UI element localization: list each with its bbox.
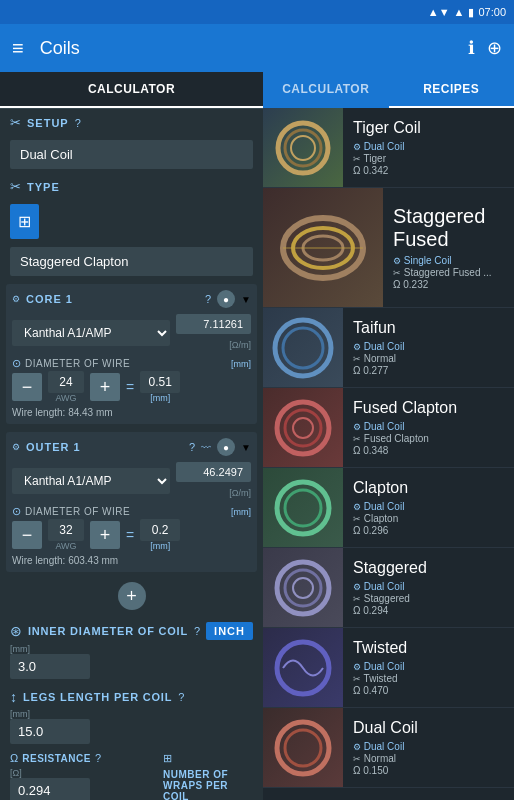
svg-point-19 xyxy=(285,730,321,766)
recipe-ohm: Ω 0.232 xyxy=(393,279,504,290)
svg-point-8 xyxy=(283,328,323,368)
app-bar: ≡ Coils ℹ ⊕ xyxy=(0,24,514,72)
outer1-label: OUTER 1 xyxy=(26,441,183,453)
outer1-minus-button[interactable]: − xyxy=(12,521,42,549)
outer1-diam-label: DIAMETER OF WIRE xyxy=(25,504,130,519)
grid-view-button[interactable]: ⊞ xyxy=(10,204,39,239)
inner-diam-section: ⊛ INNER DIAMETER OF COIL ? INCH [mm] xyxy=(0,616,263,685)
tab-calculator-right[interactable]: CALCULATOR xyxy=(263,72,389,108)
calculator-panel: CALCULATOR ✂ SETUP ? Dual Coil ✂ TYPE ⊞ … xyxy=(0,72,263,800)
outer1-mm-value: 0.2 xyxy=(140,519,180,541)
core1-plus-button[interactable]: + xyxy=(90,373,120,401)
svg-point-11 xyxy=(293,418,313,438)
recipe-info: Taifun⚙ Dual Coil✂ NormalΩ 0.277 xyxy=(343,308,514,387)
outer1-awg-display: 32 AWG xyxy=(48,519,84,551)
outer1-mm-unit: [mm] xyxy=(150,541,170,551)
recipe-item[interactable]: Dual Coil⚙ Dual Coil✂ NormalΩ 0.150 xyxy=(263,708,514,788)
recipe-thumbnail xyxy=(263,108,343,188)
outer1-wire-select[interactable]: Kanthal A1/AMP xyxy=(12,468,170,494)
setup-dropdown[interactable]: Dual Coil xyxy=(10,140,253,169)
tabs-bar: CALCULATOR RECIPES xyxy=(263,72,514,108)
coil-type-dropdown[interactable]: Staggered Clapton xyxy=(10,247,253,276)
core1-toggle[interactable]: ● xyxy=(217,290,235,308)
recipe-type: ✂ Normal xyxy=(353,353,504,364)
recipe-name: Fused Clapton xyxy=(353,399,504,417)
recipe-meta: ⚙ Single Coil✂ Staggered Fused ...Ω 0.23… xyxy=(393,255,504,290)
resistance-input[interactable] xyxy=(10,778,90,800)
outer1-diam-header: ⊙ DIAMETER OF WIRE [mm] xyxy=(12,504,251,519)
outer1-plus-button[interactable]: + xyxy=(90,521,120,549)
inner-diam-title: INNER DIAMETER OF COIL xyxy=(28,625,188,637)
menu-button[interactable]: ≡ xyxy=(12,37,24,60)
recipe-ohm: Ω 0.342 xyxy=(353,165,504,176)
wifi-icon: ▲▼ xyxy=(428,6,450,18)
recipe-meta: ⚙ Dual Coil✂ TwistedΩ 0.470 xyxy=(353,661,504,696)
scissors-icon: ✂ xyxy=(10,115,21,130)
status-icons: ▲▼ ▲ ▮ 07:00 xyxy=(428,6,506,19)
add-coil-button[interactable]: + xyxy=(118,582,146,610)
recipe-meta: ⚙ Dual Coil✂ TigerΩ 0.342 xyxy=(353,141,504,176)
legs-input[interactable] xyxy=(10,719,90,744)
core1-wire-row: Kanthal A1/AMP 7.11261 [Ω/m] xyxy=(12,314,251,352)
recipe-thumbnail xyxy=(263,308,343,388)
inch-toggle-button[interactable]: INCH xyxy=(206,622,253,640)
recipe-item[interactable]: Staggered⚙ Dual Coil✂ StaggeredΩ 0.294 xyxy=(263,548,514,628)
recipe-type: ✂ Tiger xyxy=(353,153,504,164)
recipe-item[interactable]: Tiger Coil⚙ Dual Coil✂ TigerΩ 0.342 xyxy=(263,108,514,188)
outer1-resistance-unit: [Ω/m] xyxy=(229,488,251,498)
recipe-setup: ⚙ Dual Coil xyxy=(353,661,504,672)
core1-awg-value: 24 xyxy=(48,371,84,393)
core1-resistance-unit: [Ω/m] xyxy=(229,340,251,350)
recipe-type: ✂ Staggered xyxy=(353,593,504,604)
recipe-ohm: Ω 0.277 xyxy=(353,365,504,376)
recipe-info: Fused Clapton⚙ Dual Coil✂ Fused ClaptonΩ… xyxy=(343,388,514,467)
recipe-name: Staggered Fused xyxy=(393,205,504,251)
recipe-meta: ⚙ Dual Coil✂ Fused ClaptonΩ 0.348 xyxy=(353,421,504,456)
recipe-name: Twisted xyxy=(353,639,504,657)
wraps-label: NUMBER OF WRAPS PER COIL xyxy=(163,769,253,800)
status-bar: ▲▼ ▲ ▮ 07:00 xyxy=(0,0,514,24)
setup-dropdown-row: Dual Coil xyxy=(0,136,263,173)
legs-section: ↕ LEGS LENGTH PER COIL ? [mm] xyxy=(0,685,263,748)
legs-mm-label: [mm] xyxy=(10,709,253,719)
recipe-info: Twisted⚙ Dual Coil✂ TwistedΩ 0.470 xyxy=(343,628,514,707)
core1-chevron[interactable]: ▼ xyxy=(241,294,251,305)
recipe-thumbnail xyxy=(263,468,343,548)
recipe-item[interactable]: Taifun⚙ Dual Coil✂ NormalΩ 0.277 xyxy=(263,308,514,388)
svg-point-2 xyxy=(291,136,315,160)
core1-resistance: 7.11261 [Ω/m] xyxy=(176,314,251,352)
type-label: TYPE xyxy=(27,181,60,193)
core1-minus-button[interactable]: − xyxy=(12,373,42,401)
legs-icon: ↕ xyxy=(10,689,17,705)
recipe-info: Tiger Coil⚙ Dual Coil✂ TigerΩ 0.342 xyxy=(343,108,514,187)
tab-calculator[interactable]: CALCULATOR xyxy=(0,72,263,108)
inner-diam-icon: ⊛ xyxy=(10,623,22,639)
outer1-actions: ? 〰 ● ▼ xyxy=(189,438,251,456)
wraps-icon: ⊞ xyxy=(163,752,172,765)
type-grid: ⊞ xyxy=(10,204,253,239)
tab-recipes[interactable]: RECIPES xyxy=(389,72,515,108)
recipe-item[interactable]: Clapton⚙ Dual Coil✂ ClaptonΩ 0.296 xyxy=(263,468,514,548)
recipe-name: Staggered xyxy=(353,559,504,577)
core1-diam-label: DIAMETER OF WIRE xyxy=(25,356,130,371)
info-button[interactable]: ℹ xyxy=(468,37,475,59)
recipe-name: Taifun xyxy=(353,319,504,337)
core1-section: ⚙ CORE 1 ? ● ▼ Kanthal A1/AMP 7.11261 [Ω… xyxy=(6,284,257,424)
outer1-toggle[interactable]: ● xyxy=(217,438,235,456)
core1-mm-value: 0.51 xyxy=(140,371,180,393)
svg-point-13 xyxy=(285,490,321,526)
recipe-ohm: Ω 0.296 xyxy=(353,525,504,536)
inner-diam-input[interactable] xyxy=(10,654,90,679)
core1-mm-label: [mm] xyxy=(231,359,251,369)
recipe-item[interactable]: Twisted⚙ Dual Coil✂ TwistedΩ 0.470 xyxy=(263,628,514,708)
core1-wire-length: Wire length: 84.43 mm xyxy=(12,407,251,418)
outer1-chevron[interactable]: ▼ xyxy=(241,442,251,453)
recipe-item[interactable]: Fused Clapton⚙ Dual Coil✂ Fused ClaptonΩ… xyxy=(263,388,514,468)
core1-wire-select[interactable]: Kanthal A1/AMP xyxy=(12,320,170,346)
database-button[interactable]: ⊕ xyxy=(487,37,502,59)
recipe-info: Staggered⚙ Dual Coil✂ StaggeredΩ 0.294 xyxy=(343,548,514,627)
app-title: Coils xyxy=(40,38,468,59)
recipe-item[interactable]: Staggered Fused⚙ Single Coil✂ Staggered … xyxy=(263,188,514,308)
recipe-type: ✂ Staggered Fused ... xyxy=(393,267,504,278)
recipe-setup: ⚙ Dual Coil xyxy=(353,421,504,432)
